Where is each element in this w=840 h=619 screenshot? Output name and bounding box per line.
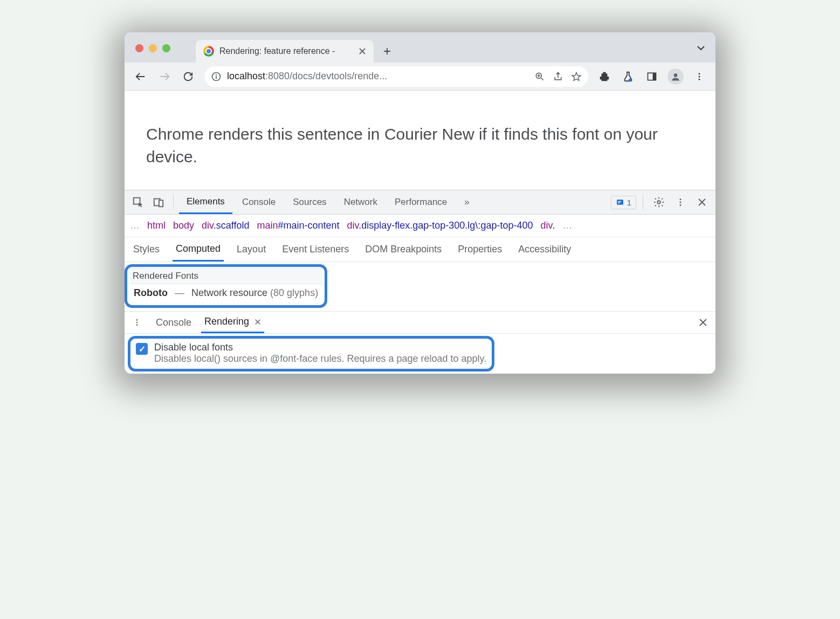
svg-point-20 bbox=[680, 204, 681, 206]
close-tab-icon[interactable] bbox=[254, 319, 261, 325]
svg-point-23 bbox=[136, 324, 138, 326]
close-drawer-button[interactable] bbox=[694, 313, 712, 332]
forward-button[interactable] bbox=[154, 66, 175, 87]
side-panel-icon[interactable] bbox=[641, 66, 663, 87]
svg-point-1 bbox=[216, 74, 217, 75]
dom-breadcrumb[interactable]: … html body div.scaffold main#main-conte… bbox=[125, 215, 715, 237]
svg-rect-6 bbox=[653, 73, 656, 80]
disable-local-fonts-highlight: ✓ Disable local fonts Disables local() s… bbox=[128, 336, 494, 372]
svg-point-22 bbox=[136, 322, 138, 324]
svg-rect-15 bbox=[618, 201, 621, 202]
svg-rect-16 bbox=[618, 203, 620, 203]
zoom-icon[interactable] bbox=[534, 71, 545, 82]
rendered-font-source: Network resource bbox=[191, 287, 267, 298]
tab-overflow-button[interactable]: » bbox=[457, 190, 477, 214]
back-button[interactable] bbox=[130, 66, 152, 87]
breadcrumb-ellipsis[interactable]: … bbox=[562, 220, 572, 231]
devtools-main-tabbar: Elements Console Sources Network Perform… bbox=[125, 190, 715, 215]
tab-search-button[interactable] bbox=[696, 43, 706, 53]
close-devtools-button[interactable] bbox=[693, 193, 711, 211]
svg-point-4 bbox=[629, 78, 632, 81]
device-toolbar-button[interactable] bbox=[149, 193, 168, 211]
drawer-tab-console[interactable]: Console bbox=[153, 312, 195, 333]
sidebar-tab-accessibility[interactable]: Accessibility bbox=[515, 237, 574, 262]
sidebar-tab-dom-breakpoints[interactable]: DOM Breakpoints bbox=[362, 237, 445, 262]
svg-point-19 bbox=[680, 202, 681, 203]
sidebar-tab-event-listeners[interactable]: Event Listeners bbox=[279, 237, 352, 262]
tab-elements[interactable]: Elements bbox=[179, 190, 232, 214]
rendered-font-name: Roboto bbox=[134, 287, 168, 298]
rendered-font-glyphs: (80 glyphs) bbox=[270, 287, 318, 298]
issues-count: 1 bbox=[627, 198, 631, 207]
devtools-panel: Elements Console Sources Network Perform… bbox=[125, 190, 715, 374]
computed-panel: Rendered Fonts Roboto — Network resource… bbox=[125, 262, 715, 311]
drawer-tab-rendering[interactable]: Rendering bbox=[201, 312, 264, 333]
tab-performance[interactable]: Performance bbox=[387, 190, 455, 214]
close-window-button[interactable] bbox=[135, 44, 143, 52]
tab-network[interactable]: Network bbox=[336, 190, 385, 214]
new-tab-button[interactable]: + bbox=[378, 42, 396, 60]
breadcrumb-item[interactable]: html bbox=[147, 220, 166, 231]
breadcrumb-item[interactable]: main#main-content bbox=[257, 220, 339, 231]
sidebar-tab-properties[interactable]: Properties bbox=[455, 237, 505, 262]
drawer-tabbar: Console Rendering bbox=[125, 311, 715, 334]
tab-console[interactable]: Console bbox=[235, 190, 283, 214]
sidebar-tab-styles[interactable]: Styles bbox=[130, 237, 163, 262]
chrome-favicon-icon bbox=[203, 46, 214, 57]
separator bbox=[173, 195, 174, 209]
omnibox-actions bbox=[534, 71, 582, 82]
page-content: Chrome renders this sentence in Courier … bbox=[125, 91, 715, 190]
svg-point-8 bbox=[699, 73, 700, 74]
devtools-menu-button[interactable] bbox=[671, 193, 690, 211]
settings-icon[interactable] bbox=[650, 193, 668, 211]
extensions-icon[interactable] bbox=[594, 66, 615, 87]
browser-tab[interactable]: Rendering: feature reference - bbox=[196, 40, 374, 63]
option-description: Disables local() sources in @font-face r… bbox=[154, 353, 486, 364]
url-text: localhost:8080/docs/devtools/rende... bbox=[227, 71, 387, 82]
breadcrumb-item[interactable]: div.scaffold bbox=[202, 220, 249, 231]
breadcrumb-item[interactable]: div. bbox=[540, 220, 555, 231]
svg-rect-13 bbox=[159, 200, 163, 207]
inspect-element-button[interactable] bbox=[129, 193, 147, 211]
svg-point-18 bbox=[680, 198, 681, 200]
tab-sources[interactable]: Sources bbox=[285, 190, 334, 214]
breadcrumb-item[interactable]: div.display-flex.gap-top-300.lg\:gap-top… bbox=[347, 220, 533, 231]
bookmark-icon[interactable] bbox=[571, 71, 582, 82]
svg-point-10 bbox=[699, 78, 700, 80]
issues-badge[interactable]: 1 bbox=[611, 196, 636, 209]
separator bbox=[643, 195, 643, 209]
sidebar-tab-layout[interactable]: Layout bbox=[233, 237, 269, 262]
chrome-menu-button[interactable] bbox=[688, 66, 710, 87]
sidebar-tab-computed[interactable]: Computed bbox=[173, 237, 224, 262]
minimize-window-button[interactable] bbox=[149, 44, 157, 52]
rendered-font-row: Roboto — Network resource (80 glyphs) bbox=[129, 284, 322, 302]
reload-button[interactable] bbox=[177, 66, 199, 87]
svg-point-7 bbox=[674, 73, 678, 77]
svg-point-21 bbox=[136, 319, 138, 321]
maximize-window-button[interactable] bbox=[162, 44, 170, 52]
tab-title: Rendering: feature reference - bbox=[219, 46, 353, 56]
site-info-icon[interactable] bbox=[211, 71, 222, 82]
disable-local-fonts-checkbox[interactable]: ✓ bbox=[136, 343, 148, 355]
drawer-menu-button[interactable] bbox=[128, 313, 146, 332]
rendered-fonts-header: Rendered Fonts bbox=[129, 268, 322, 284]
breadcrumb-ellipsis[interactable]: … bbox=[130, 220, 140, 231]
browser-toolbar: localhost:8080/docs/devtools/rende... bbox=[125, 63, 715, 91]
traffic-lights bbox=[135, 44, 170, 52]
option-text: Disable local fonts Disables local() sou… bbox=[154, 342, 486, 364]
rendering-panel: ✓ Disable local fonts Disables local() s… bbox=[125, 334, 715, 374]
option-title: Disable local fonts bbox=[154, 342, 486, 353]
tab-strip: Rendering: feature reference - + bbox=[125, 32, 715, 63]
breadcrumb-item[interactable]: body bbox=[173, 220, 194, 231]
svg-rect-2 bbox=[216, 76, 217, 79]
svg-point-9 bbox=[699, 75, 700, 77]
close-tab-button[interactable] bbox=[359, 47, 366, 55]
share-icon[interactable] bbox=[553, 71, 563, 82]
svg-point-17 bbox=[657, 201, 660, 204]
elements-sidebar-tabs: Styles Computed Layout Event Listeners D… bbox=[125, 237, 715, 262]
labs-icon[interactable] bbox=[617, 66, 639, 87]
address-bar[interactable]: localhost:8080/docs/devtools/rende... bbox=[204, 66, 588, 87]
sample-text: Chrome renders this sentence in Courier … bbox=[146, 123, 694, 168]
profile-avatar[interactable] bbox=[665, 66, 686, 87]
svg-rect-14 bbox=[617, 200, 623, 204]
